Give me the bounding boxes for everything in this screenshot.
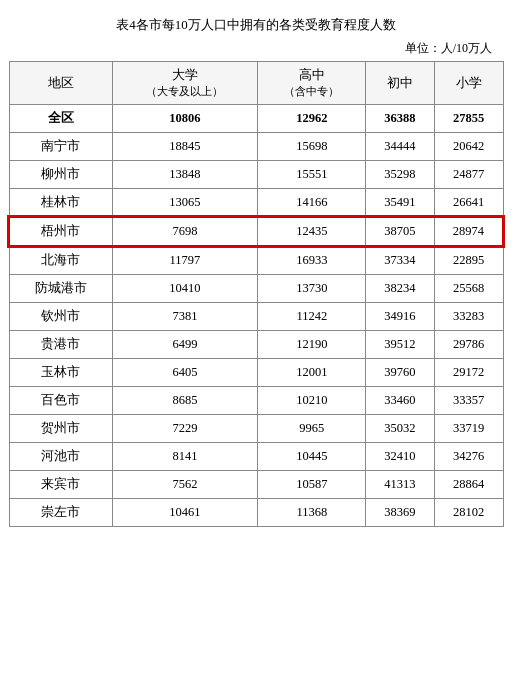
table-row: 防城港市10410137303823425568 — [9, 275, 503, 303]
cell-highschool: 13730 — [258, 275, 366, 303]
cell-highschool: 12190 — [258, 331, 366, 359]
unit-label: 单位：人/10万人 — [8, 40, 504, 57]
table-row: 来宾市7562105874131328864 — [9, 471, 503, 499]
cell-primary: 26641 — [434, 189, 503, 218]
cell-middle: 37334 — [366, 246, 434, 275]
table-row: 贵港市6499121903951229786 — [9, 331, 503, 359]
cell-highschool: 12962 — [258, 105, 366, 133]
cell-highschool: 12435 — [258, 217, 366, 246]
cell-middle: 35298 — [366, 161, 434, 189]
cell-middle: 39512 — [366, 331, 434, 359]
cell-primary: 29786 — [434, 331, 503, 359]
cell-region: 来宾市 — [9, 471, 112, 499]
cell-primary: 28102 — [434, 499, 503, 527]
cell-middle: 35032 — [366, 415, 434, 443]
cell-region: 河池市 — [9, 443, 112, 471]
cell-region: 南宁市 — [9, 133, 112, 161]
cell-college: 7381 — [112, 303, 257, 331]
cell-middle: 35491 — [366, 189, 434, 218]
cell-highschool: 10445 — [258, 443, 366, 471]
col-header-region: 地区 — [9, 62, 112, 105]
cell-primary: 33283 — [434, 303, 503, 331]
cell-region: 梧州市 — [9, 217, 112, 246]
table-row: 桂林市13065141663549126641 — [9, 189, 503, 218]
table-row: 崇左市10461113683836928102 — [9, 499, 503, 527]
cell-college: 10410 — [112, 275, 257, 303]
cell-highschool: 15698 — [258, 133, 366, 161]
cell-college: 8141 — [112, 443, 257, 471]
table-row: 南宁市18845156983444420642 — [9, 133, 503, 161]
cell-college: 6499 — [112, 331, 257, 359]
cell-middle: 41313 — [366, 471, 434, 499]
cell-highschool: 16933 — [258, 246, 366, 275]
cell-region: 贵港市 — [9, 331, 112, 359]
cell-highschool: 12001 — [258, 359, 366, 387]
cell-college: 13065 — [112, 189, 257, 218]
cell-middle: 38369 — [366, 499, 434, 527]
cell-middle: 34916 — [366, 303, 434, 331]
cell-primary: 24877 — [434, 161, 503, 189]
table-row: 贺州市722999653503233719 — [9, 415, 503, 443]
cell-middle: 38234 — [366, 275, 434, 303]
cell-college: 10806 — [112, 105, 257, 133]
cell-primary: 29172 — [434, 359, 503, 387]
cell-highschool: 11242 — [258, 303, 366, 331]
col-header-college: 大学（大专及以上） — [112, 62, 257, 105]
data-table: 地区 大学（大专及以上） 高中（含中专） 初中 小学 全区10806129623… — [8, 61, 504, 527]
cell-highschool: 10210 — [258, 387, 366, 415]
page-title: 表4各市每10万人口中拥有的各类受教育程度人数 — [116, 16, 396, 34]
table-header-row: 地区 大学（大专及以上） 高中（含中专） 初中 小学 — [9, 62, 503, 105]
table-row: 全区10806129623638827855 — [9, 105, 503, 133]
cell-region: 崇左市 — [9, 499, 112, 527]
cell-primary: 25568 — [434, 275, 503, 303]
cell-primary: 33719 — [434, 415, 503, 443]
cell-region: 全区 — [9, 105, 112, 133]
table-row: 北海市11797169333733422895 — [9, 246, 503, 275]
cell-primary: 33357 — [434, 387, 503, 415]
table-row: 百色市8685102103346033357 — [9, 387, 503, 415]
cell-middle: 34444 — [366, 133, 434, 161]
cell-primary: 22895 — [434, 246, 503, 275]
cell-region: 贺州市 — [9, 415, 112, 443]
cell-college: 10461 — [112, 499, 257, 527]
cell-region: 桂林市 — [9, 189, 112, 218]
cell-college: 6405 — [112, 359, 257, 387]
cell-region: 北海市 — [9, 246, 112, 275]
col-header-middle: 初中 — [366, 62, 434, 105]
col-header-highschool: 高中（含中专） — [258, 62, 366, 105]
cell-primary: 27855 — [434, 105, 503, 133]
cell-college: 8685 — [112, 387, 257, 415]
cell-highschool: 9965 — [258, 415, 366, 443]
cell-region: 柳州市 — [9, 161, 112, 189]
cell-highschool: 10587 — [258, 471, 366, 499]
cell-middle: 39760 — [366, 359, 434, 387]
col-header-primary: 小学 — [434, 62, 503, 105]
table-row: 河池市8141104453241034276 — [9, 443, 503, 471]
cell-college: 13848 — [112, 161, 257, 189]
table-row: 钦州市7381112423491633283 — [9, 303, 503, 331]
cell-primary: 34276 — [434, 443, 503, 471]
table-row: 玉林市6405120013976029172 — [9, 359, 503, 387]
cell-primary: 20642 — [434, 133, 503, 161]
cell-highschool: 11368 — [258, 499, 366, 527]
cell-primary: 28864 — [434, 471, 503, 499]
cell-region: 钦州市 — [9, 303, 112, 331]
cell-highschool: 14166 — [258, 189, 366, 218]
cell-middle: 33460 — [366, 387, 434, 415]
cell-middle: 38705 — [366, 217, 434, 246]
cell-region: 百色市 — [9, 387, 112, 415]
cell-college: 7698 — [112, 217, 257, 246]
cell-middle: 32410 — [366, 443, 434, 471]
table-row: 梧州市7698124353870528974 — [9, 217, 503, 246]
cell-college: 11797 — [112, 246, 257, 275]
cell-highschool: 15551 — [258, 161, 366, 189]
cell-middle: 36388 — [366, 105, 434, 133]
cell-region: 玉林市 — [9, 359, 112, 387]
table-row: 柳州市13848155513529824877 — [9, 161, 503, 189]
cell-college: 7562 — [112, 471, 257, 499]
cell-region: 防城港市 — [9, 275, 112, 303]
cell-college: 7229 — [112, 415, 257, 443]
cell-primary: 28974 — [434, 217, 503, 246]
cell-college: 18845 — [112, 133, 257, 161]
